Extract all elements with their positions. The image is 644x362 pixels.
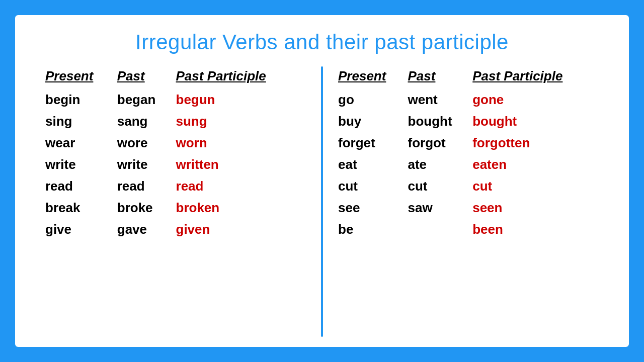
present-cell: forget xyxy=(338,132,408,154)
table-row: bebeen xyxy=(338,219,599,240)
right-verb-table: Present Past Past Participle gowentgoneb… xyxy=(328,66,609,337)
table-row: buyboughtbought xyxy=(338,111,599,132)
table-row: wearworeworn xyxy=(45,132,306,154)
participle-cell: cut xyxy=(472,175,599,197)
table-row: cutcutcut xyxy=(338,175,599,197)
past-cell: broke xyxy=(117,197,176,219)
past-cell: ate xyxy=(408,154,473,175)
table-row: gowentgone xyxy=(338,89,599,111)
participle-cell: begun xyxy=(176,89,306,111)
past-cell: bought xyxy=(408,111,473,132)
participle-cell: gone xyxy=(472,89,599,111)
table-row: readreadread xyxy=(45,175,306,197)
present-cell: eat xyxy=(338,154,408,175)
participle-cell: read xyxy=(176,175,306,197)
past-cell: read xyxy=(117,175,176,197)
right-header-participle: Past Participle xyxy=(472,66,599,89)
past-cell: sang xyxy=(117,111,176,132)
present-cell: read xyxy=(45,175,117,197)
participle-cell: been xyxy=(472,219,599,240)
left-header-participle: Past Participle xyxy=(176,66,306,89)
past-cell: cut xyxy=(408,175,473,197)
participle-cell: broken xyxy=(176,197,306,219)
present-cell: begin xyxy=(45,89,117,111)
right-header-past: Past xyxy=(408,66,473,89)
table-divider xyxy=(321,66,323,337)
participle-cell: given xyxy=(176,219,306,240)
tables-container: Present Past Past Participle beginbeganb… xyxy=(35,66,609,337)
table-row: beginbeganbegun xyxy=(45,89,306,111)
present-cell: go xyxy=(338,89,408,111)
present-cell: break xyxy=(45,197,117,219)
participle-cell: eaten xyxy=(472,154,599,175)
left-verb-table: Present Past Past Participle beginbeganb… xyxy=(35,66,316,337)
table-row: singsangsung xyxy=(45,111,306,132)
past-cell: write xyxy=(117,154,176,175)
participle-cell: sung xyxy=(176,111,306,132)
table-row: writewritewritten xyxy=(45,154,306,175)
participle-cell: forgotten xyxy=(472,132,599,154)
left-header-past: Past xyxy=(117,66,176,89)
participle-cell: seen xyxy=(472,197,599,219)
past-cell: saw xyxy=(408,197,473,219)
table-row: forgetforgotforgotten xyxy=(338,132,599,154)
past-cell: went xyxy=(408,89,473,111)
present-cell: sing xyxy=(45,111,117,132)
present-cell: give xyxy=(45,219,117,240)
present-cell: be xyxy=(338,219,408,240)
present-cell: write xyxy=(45,154,117,175)
past-cell: began xyxy=(117,89,176,111)
participle-cell: worn xyxy=(176,132,306,154)
present-cell: wear xyxy=(45,132,117,154)
participle-cell: written xyxy=(176,154,306,175)
page-title: Irregular Verbs and their past participl… xyxy=(35,30,609,54)
present-cell: buy xyxy=(338,111,408,132)
present-cell: see xyxy=(338,197,408,219)
past-cell: forgot xyxy=(408,132,473,154)
table-row: eatateeaten xyxy=(338,154,599,175)
participle-cell: bought xyxy=(472,111,599,132)
main-card: Irregular Verbs and their past participl… xyxy=(15,15,629,347)
left-header-present: Present xyxy=(45,66,117,89)
table-row: givegavegiven xyxy=(45,219,306,240)
present-cell: cut xyxy=(338,175,408,197)
past-cell: gave xyxy=(117,219,176,240)
table-row: breakbrokebroken xyxy=(45,197,306,219)
past-cell xyxy=(408,219,473,240)
right-header-present: Present xyxy=(338,66,408,89)
past-cell: wore xyxy=(117,132,176,154)
table-row: seesawseen xyxy=(338,197,599,219)
